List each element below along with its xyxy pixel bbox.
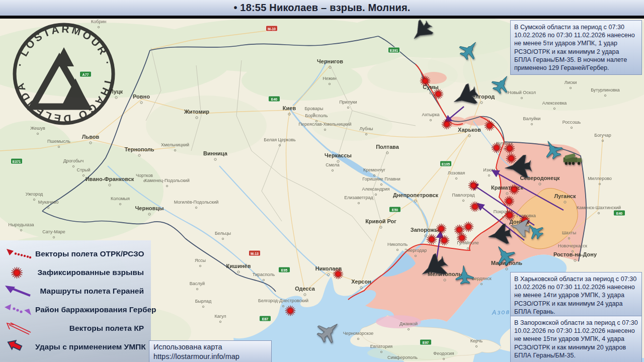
ticker-text: • 18:55 Николаев – взрыв. Молния. bbox=[233, 2, 410, 14]
explosion-marker bbox=[333, 269, 344, 280]
road-badge: Е50 bbox=[389, 207, 401, 212]
svg-text:Бутурлиновка: Бутурлиновка bbox=[591, 87, 620, 93]
explosion-marker bbox=[504, 196, 515, 207]
legend-item-explosions: Зафиксированные взрывы bbox=[3, 263, 147, 282]
explosion-marker bbox=[506, 153, 517, 164]
svg-text:Васлуй: Васлуй bbox=[190, 281, 205, 286]
svg-text:Тернополь: Тернополь bbox=[124, 146, 154, 152]
svg-text:Е95: Е95 bbox=[281, 268, 288, 272]
explosion-marker bbox=[509, 185, 520, 195]
svg-text:Черновцы: Черновцы bbox=[135, 205, 164, 211]
svg-text:Херсон: Херсон bbox=[351, 279, 371, 285]
svg-text:Львов: Львов bbox=[82, 134, 100, 140]
map-attribution-box: Использована карта https://lostarmour.in… bbox=[149, 340, 272, 362]
svg-text:Кременчуг: Кременчуг bbox=[363, 167, 386, 172]
svg-text:Коломыя: Коломыя bbox=[111, 196, 130, 201]
svg-text:Бырлад: Бырлад bbox=[195, 299, 212, 304]
road-badge: Е391 bbox=[388, 47, 400, 53]
legend-label: Удары с применением УМПК bbox=[35, 342, 149, 351]
svg-text:Алексеевка: Алексеевка bbox=[542, 101, 567, 106]
svg-text:Бельцы: Бельцы bbox=[215, 231, 231, 236]
svg-text:Лиски: Лиски bbox=[565, 80, 577, 85]
map-legend: Векторы полета ОТРК/РСЗО Зафиксированные… bbox=[0, 240, 151, 362]
svg-text:Каменец-Подольский: Каменец-Подольский bbox=[144, 178, 189, 183]
svg-text:Запорожье: Запорожье bbox=[411, 227, 441, 233]
explosion-marker bbox=[420, 76, 431, 86]
svg-text:Ныредьхаза: Ныредьхаза bbox=[8, 222, 34, 227]
explosion-marker bbox=[427, 234, 437, 245]
svg-text:Дрогобыч: Дрогобыч bbox=[63, 158, 84, 163]
svg-text:Феодосия: Феодосия bbox=[433, 351, 454, 356]
svg-text:Чернигов: Чернигов bbox=[317, 58, 343, 64]
explosion-marker bbox=[505, 210, 515, 221]
gerber-loiter-icon bbox=[3, 302, 35, 317]
attribution-caption: Использована карта bbox=[153, 342, 267, 352]
svg-text:Никополь: Никополь bbox=[387, 242, 408, 247]
svg-text:Чортков: Чортков bbox=[136, 173, 153, 178]
svg-text:Богучар: Богучар bbox=[594, 133, 611, 138]
svg-text:Елизаветград: Елизаветград bbox=[344, 195, 373, 200]
road-badge: Е40 bbox=[614, 210, 625, 216]
svg-text:М-10: М-10 bbox=[268, 27, 276, 31]
explosion-marker bbox=[285, 306, 296, 316]
svg-text:Переяслав-Хмельницкий: Переяслав-Хмельницкий bbox=[299, 122, 352, 127]
svg-text:Е40: Е40 bbox=[616, 212, 623, 215]
legend-label: Маршруты полета Гераней bbox=[35, 287, 147, 296]
legend-label: Район барражирования Гербер bbox=[35, 305, 159, 314]
svg-text:Е87: Е87 bbox=[262, 317, 269, 321]
svg-text:Е50: Е50 bbox=[392, 208, 398, 212]
svg-text:Лозовая: Лозовая bbox=[448, 170, 465, 175]
svg-text:Симферополь: Симферополь bbox=[387, 355, 418, 360]
svg-text:Ахтырка: Ахтырка bbox=[422, 112, 439, 117]
svg-text:Изюм: Изюм bbox=[483, 167, 495, 172]
kr-vector-icon bbox=[3, 321, 35, 336]
svg-text:Бердянск: Бердянск bbox=[471, 276, 491, 281]
explosion-icon bbox=[3, 264, 35, 281]
svg-text:Лубны: Лубны bbox=[359, 126, 373, 131]
road-badge: Е40 bbox=[269, 96, 280, 102]
explosion-marker bbox=[454, 225, 465, 235]
svg-text:Черкассы: Черкассы bbox=[325, 152, 352, 158]
svg-text:Валуйки: Валуйки bbox=[523, 116, 541, 121]
svg-text:Энергодар: Энергодар bbox=[405, 248, 427, 253]
road-badge: Е87 bbox=[260, 316, 271, 321]
explosion-marker bbox=[463, 222, 474, 232]
svg-text:Мукачево: Мукачево bbox=[38, 200, 58, 205]
svg-text:Россошь: Россошь bbox=[562, 120, 581, 125]
explosion-marker bbox=[442, 119, 452, 130]
svg-text:Борисполь: Борисполь bbox=[305, 113, 328, 118]
svg-text:Бровары: Бровары bbox=[304, 106, 323, 111]
svg-text:Е371: Е371 bbox=[13, 160, 21, 163]
svg-text:Ровно: Ровно bbox=[133, 94, 150, 100]
explosion-marker bbox=[492, 143, 502, 153]
road-badge: М-13 bbox=[249, 250, 261, 256]
svg-text:Нежин: Нежин bbox=[323, 76, 336, 81]
info-box-zaporozhye: В Запорожской области за период с 07:30 … bbox=[510, 316, 642, 362]
svg-text:Белгород-Днестровский: Белгород-Днестровский bbox=[258, 298, 308, 303]
legend-item-umpk: Удары с применением УМПК bbox=[3, 337, 147, 356]
legend-item-gerber: Район барражирования Гербер bbox=[3, 300, 147, 319]
road-badge: Е95 bbox=[279, 267, 290, 273]
svg-text:Новочеркасск: Новочеркасск bbox=[558, 243, 587, 248]
news-ticker-bar: • 18:55 Николаев – взрыв. Молния. bbox=[0, 0, 644, 19]
svg-text:Ужгород: Ужгород bbox=[26, 192, 43, 197]
svg-text:Прилуки: Прилуки bbox=[339, 100, 357, 105]
geran-route-icon bbox=[3, 284, 35, 299]
svg-text:Стрый: Стрый bbox=[76, 167, 90, 172]
info-box-kharkiv: В Харьковской области за период с 07:30 … bbox=[510, 272, 642, 319]
info-box-sumy: В Сумской области за период с 07:30 10.0… bbox=[510, 20, 642, 75]
legend-label: Векторы полета ОТРК/РСЗО bbox=[35, 249, 147, 258]
svg-text:Пшемысль: Пшемысль bbox=[47, 139, 70, 144]
umpk-strike-icon bbox=[3, 339, 35, 355]
svg-text:Белая Церковь: Белая Церковь bbox=[264, 137, 296, 142]
explosion-marker bbox=[470, 202, 480, 212]
svg-text:Луганск: Луганск bbox=[554, 193, 576, 199]
svg-text:Е97: Е97 bbox=[423, 341, 429, 344]
legend-item-kr: Векторы полета КР bbox=[3, 319, 147, 337]
svg-text:Кишинёв: Кишинёв bbox=[226, 263, 251, 269]
road-badge: М-10 bbox=[266, 26, 278, 31]
svg-text:Кривой Рог: Кривой Рог bbox=[365, 218, 396, 224]
screenshot-stage: Е40Е40Е95Е87Е97Е105Е50Е371Е391А77М-10М-1… bbox=[0, 0, 644, 362]
attribution-url[interactable]: https://lostarmour.info/map bbox=[153, 352, 267, 361]
svg-text:Полтава: Полтава bbox=[376, 144, 399, 150]
